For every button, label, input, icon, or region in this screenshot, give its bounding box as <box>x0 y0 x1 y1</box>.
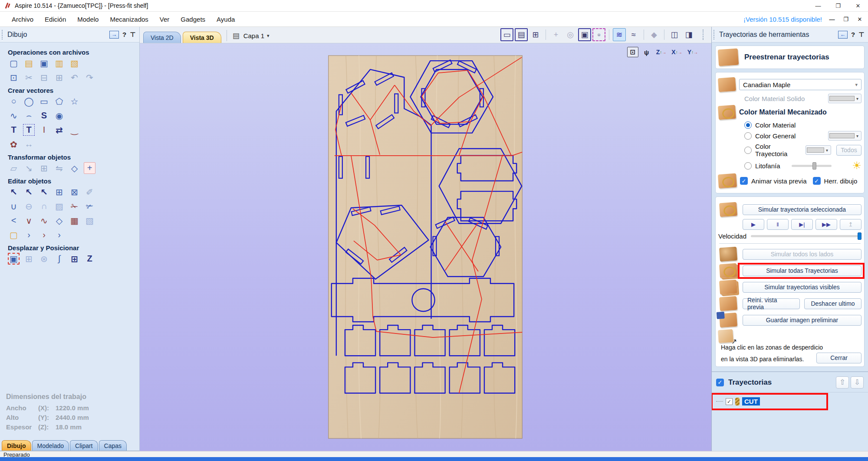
general-color-dropdown[interactable]: ▾ <box>828 131 861 141</box>
simulate-visible-button[interactable]: Simular trayectorias visibles <box>743 282 861 293</box>
tab-clipart[interactable]: Clipart <box>70 440 98 451</box>
draw-star-icon[interactable]: ☆ <box>69 95 80 107</box>
close-loop-icon[interactable]: ▢ <box>8 229 20 241</box>
toolpaths-visibility-checkbox[interactable]: ✓ <box>716 379 724 386</box>
speed-slider[interactable] <box>751 235 861 237</box>
draw-polygon-icon[interactable]: ⬠ <box>53 95 65 107</box>
save-file-icon[interactable]: ▣ <box>38 57 50 69</box>
animate-preview-checkbox[interactable]: ✓ <box>740 177 748 185</box>
move-up-button[interactable]: ⇧ <box>836 376 849 389</box>
join-move-icon[interactable]: › <box>38 229 50 241</box>
material-setup-icon[interactable]: ▤ <box>515 28 528 41</box>
delete-waste-icon[interactable] <box>718 329 733 343</box>
slider-thumb[interactable] <box>812 162 816 170</box>
hatch-fill-icon[interactable]: ▨ <box>53 200 65 212</box>
fillet-tool-icon[interactable]: < <box>8 215 20 226</box>
radio-color-toolpath[interactable] <box>744 147 752 154</box>
draw-curve-icon[interactable]: S <box>38 110 50 121</box>
menu-ver[interactable]: Ver <box>154 14 175 25</box>
tab-vista-3d[interactable]: Vista 3D <box>183 32 221 43</box>
menu-archivo[interactable]: Archivo <box>6 14 39 25</box>
join-vectors-icon[interactable]: › <box>23 229 35 241</box>
job-setup-icon[interactable]: ⊡ <box>8 72 20 83</box>
trim-vectors-icon[interactable]: ✁ <box>69 200 80 212</box>
3d-view-canvas[interactable]: ⊡ ψ Z↑→ X↑→ Y↑→ <box>140 43 711 451</box>
knife-tool-icon[interactable]: ✃ <box>84 200 95 212</box>
node-edit-icon[interactable]: ↖ <box>23 186 35 198</box>
pin-icon[interactable]: ⊤ <box>858 31 865 39</box>
subtract-vectors-icon[interactable]: ⊖ <box>23 200 35 212</box>
pause-button[interactable]: ‖ <box>767 219 789 230</box>
draw-rectangle-icon[interactable]: ▭ <box>38 95 50 107</box>
draw-tool-checkbox[interactable]: ✓ <box>813 177 821 185</box>
paste-icon[interactable]: ⊞ <box>53 72 65 83</box>
edit-picture-icon[interactable]: ▦ <box>69 215 80 226</box>
menu-modelo[interactable]: Modelo <box>72 14 104 25</box>
text-spacing-icon[interactable]: ⇄ <box>53 124 65 136</box>
export-vectors-icon[interactable]: ▧ <box>69 57 80 69</box>
draw-circle-icon[interactable]: ○ <box>8 95 20 107</box>
distort-object-icon[interactable]: ◇ <box>69 162 80 174</box>
undo-icon[interactable]: ↶ <box>69 72 80 83</box>
circular-copy-icon[interactable]: ⊛ <box>38 253 50 265</box>
close-preview-button[interactable]: Cerrar <box>816 353 861 363</box>
close-vector-icon[interactable]: ◇ <box>53 215 65 226</box>
dimension-icon[interactable]: ↔ <box>23 138 35 150</box>
slider-thumb[interactable] <box>858 232 861 240</box>
panel-grip[interactable] <box>2 30 4 39</box>
crop-bitmap-icon[interactable]: ▧ <box>84 215 95 226</box>
view-along-y-icon[interactable]: Y↑→ <box>686 47 699 57</box>
draw-text-icon[interactable]: T <box>8 124 20 136</box>
grid-toggle-icon[interactable]: ⊞ <box>529 28 542 41</box>
simulate-selected-button[interactable]: Simular trayectoria seleccionada <box>743 204 861 215</box>
menu-gadgets[interactable]: Gadgets <box>175 14 211 25</box>
menu-mecanizados[interactable]: Mecanizados <box>104 14 154 25</box>
tab-vista-2d[interactable]: Vista 2D <box>143 32 181 43</box>
zoom-selected-icon[interactable]: ▫ <box>592 28 605 41</box>
solid-color-dropdown[interactable]: ▾ <box>828 94 861 103</box>
open-file-icon[interactable]: ▤ <box>23 57 35 69</box>
tab-capas[interactable]: Capas <box>99 440 127 451</box>
toolbar-grip[interactable] <box>703 29 705 40</box>
simulate-all-sides-button[interactable]: Simular todos los lados <box>743 249 861 260</box>
zoom-window-icon[interactable]: ▣ <box>578 28 591 41</box>
restore-button[interactable]: ❐ <box>828 0 848 11</box>
pan-view-icon[interactable]: + <box>549 28 562 41</box>
preview-toolpaths-button[interactable]: Preestrenar trayectorias <box>715 46 865 69</box>
copy-along-curve-icon[interactable]: ∫ <box>53 253 65 265</box>
mdi-close-button[interactable]: ✕ <box>856 16 864 23</box>
fit-view-icon[interactable]: ⊡ <box>627 47 638 57</box>
smooth-polyline-icon[interactable]: ∿ <box>38 215 50 226</box>
draw-spiral-icon[interactable]: ◉ <box>53 110 65 121</box>
radio-color-general[interactable] <box>744 132 752 140</box>
zoom-tool-icon[interactable]: ◎ <box>564 28 577 41</box>
block-copy-icon[interactable]: ⊞ <box>69 253 80 265</box>
save-preview-button[interactable]: Guardar imagen preliminar <box>743 315 861 326</box>
transform-tool-icon[interactable]: ↖ <box>38 186 50 198</box>
close-button[interactable]: ✕ <box>848 0 868 11</box>
text-select-icon[interactable]: I <box>38 124 50 136</box>
toggle-shading-icon[interactable]: ≋ <box>613 28 626 41</box>
toolpath-color-dropdown[interactable]: ▾ <box>806 145 831 155</box>
draw-ellipse-icon[interactable]: ◯ <box>23 95 35 107</box>
view-along-x-icon[interactable]: X↑→ <box>670 47 683 57</box>
move-down-button[interactable]: ⇩ <box>851 376 864 389</box>
nesting-icon[interactable]: Z <box>84 253 95 265</box>
align-center-icon[interactable]: + <box>84 162 95 174</box>
join-smooth-icon[interactable]: › <box>53 229 65 241</box>
intersect-vectors-icon[interactable]: ∩ <box>38 200 50 212</box>
play-button[interactable]: ▶ <box>743 219 764 230</box>
copy-icon[interactable]: ⊟ <box>38 72 50 83</box>
menu-ayuda[interactable]: Ayuda <box>211 14 240 25</box>
lithophane-slider[interactable] <box>792 165 832 167</box>
resize-material-icon[interactable]: ▭ <box>500 28 513 41</box>
set-size-icon[interactable]: ↘ <box>23 162 35 174</box>
material-select[interactable]: Canadian Maple ▾ <box>739 79 861 90</box>
toggle-3d-model-icon[interactable]: ◆ <box>648 28 661 41</box>
select-tool-icon[interactable]: ↖ <box>8 186 20 198</box>
layout-vertical-icon[interactable]: ◨ <box>682 28 695 41</box>
mdi-minimize-button[interactable]: — <box>828 16 836 23</box>
todos-button[interactable]: Todos <box>836 145 861 156</box>
new-file-icon[interactable]: ▢ <box>8 57 20 69</box>
radio-color-material[interactable] <box>744 121 752 129</box>
